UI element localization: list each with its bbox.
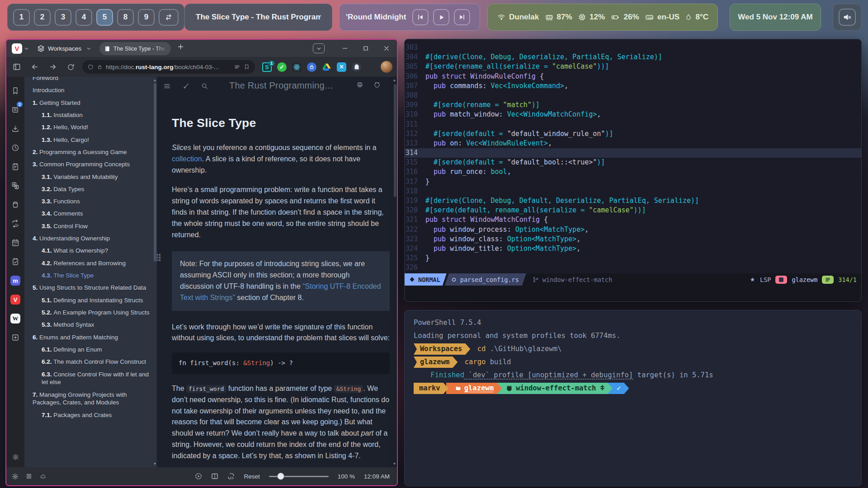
panel-mastodon-button[interactable]: m bbox=[6, 271, 24, 290]
workspaces-selector[interactable]: Workspaces bbox=[37, 45, 91, 52]
back-button[interactable] bbox=[31, 63, 39, 71]
toc-item[interactable]: 7. Managing Growing Projects with Packag… bbox=[33, 391, 151, 407]
toc-item[interactable]: 4.2. References and Borrowing bbox=[33, 259, 151, 267]
toc-item[interactable]: 5.2. An Example Program Using Structs bbox=[33, 309, 151, 317]
sidebar-resize-handle[interactable]: ●●●●●● bbox=[157, 253, 160, 261]
search-icon[interactable] bbox=[201, 83, 208, 89]
menu-icon[interactable] bbox=[163, 83, 171, 89]
toc-item[interactable]: 3.2. Data Types bbox=[33, 185, 151, 193]
url-field[interactable]: https://doc.rust-lang.org/book/ch04-03-.… bbox=[82, 60, 255, 74]
inline-link[interactable]: collection bbox=[172, 155, 202, 163]
panel-vivaldi-button[interactable]: V bbox=[6, 290, 24, 309]
toc-item[interactable]: 2. Programming a Guessing Game bbox=[33, 148, 151, 156]
code-area[interactable]: 303304#[derive(Clone, Debug, Deserialize… bbox=[405, 39, 861, 273]
pause-blocker-icon[interactable] bbox=[26, 473, 32, 479]
panel-notes-button[interactable] bbox=[6, 157, 24, 176]
toc-item[interactable]: 3.4. Comments bbox=[33, 210, 151, 218]
zoom-slider-knob[interactable] bbox=[277, 473, 284, 480]
check-extension-icon[interactable]: ✓ bbox=[277, 62, 287, 72]
toc-item[interactable]: 4. Understanding Ownership bbox=[33, 235, 151, 243]
x-extension-icon[interactable]: ✕ bbox=[337, 62, 346, 72]
toc-item[interactable]: 1.2. Hello, World! bbox=[33, 123, 151, 131]
lock-extension-icon[interactable] bbox=[307, 62, 316, 72]
profile-avatar[interactable] bbox=[381, 61, 392, 73]
s-extension-icon[interactable]: S1 bbox=[262, 62, 272, 72]
workspace-button-1[interactable]: 1 bbox=[13, 9, 30, 26]
page-actions-icon[interactable] bbox=[227, 473, 235, 480]
sidebar-scrollbar-thumb[interactable] bbox=[154, 83, 156, 262]
vivaldi-menu-button[interactable]: V bbox=[12, 43, 22, 54]
media-next-button[interactable] bbox=[454, 9, 470, 25]
reload-button[interactable] bbox=[67, 63, 75, 71]
panel-reading-list-button[interactable]: 2 bbox=[6, 100, 24, 119]
toc-item[interactable]: 3.3. Functions bbox=[33, 197, 151, 206]
browser-tab[interactable]: The Slice Type - The Rust P bbox=[99, 42, 171, 55]
toc-item[interactable]: 1.1. Installation bbox=[33, 111, 151, 119]
maximize-button[interactable] bbox=[355, 40, 376, 57]
forward-button[interactable] bbox=[49, 63, 57, 71]
panel-downloads-button[interactable] bbox=[6, 119, 24, 138]
bookmark-icon[interactable] bbox=[244, 64, 250, 70]
cloud-image-toggle-icon[interactable] bbox=[39, 474, 47, 479]
content-scroll-down[interactable]: ▼ bbox=[392, 462, 396, 466]
panel-settings-button[interactable] bbox=[6, 447, 24, 466]
shield-icon[interactable] bbox=[88, 64, 94, 70]
content-scroll-up[interactable]: ▲ bbox=[392, 78, 396, 82]
terminal-window[interactable]: PowerShell 7.5.4 Loading personal and sy… bbox=[404, 310, 862, 486]
workspace-button-2[interactable]: 2 bbox=[34, 9, 51, 26]
toc-item[interactable]: 1. Getting Started bbox=[33, 99, 151, 107]
panel-sessions-button[interactable] bbox=[6, 195, 24, 214]
toc-item[interactable]: 7.1. Packages and Crates bbox=[33, 411, 151, 419]
workspace-button-3[interactable]: 3 bbox=[55, 9, 71, 26]
print-icon[interactable] bbox=[356, 81, 363, 88]
github-icon[interactable] bbox=[373, 81, 381, 88]
drive-extension-icon[interactable] bbox=[322, 62, 331, 72]
workspace-button-4[interactable]: 4 bbox=[75, 9, 92, 26]
workspace-swap-button[interactable] bbox=[159, 9, 179, 26]
panel-history-button[interactable] bbox=[6, 138, 24, 157]
tab-bar-toggle-button[interactable] bbox=[313, 43, 325, 53]
ghost-extension-icon[interactable] bbox=[352, 62, 361, 72]
toc-item[interactable]: 6.1. Defining an Enum bbox=[33, 346, 151, 354]
toc-item[interactable]: 3. Common Programming Concepts bbox=[33, 160, 151, 169]
panel-tasks-button[interactable] bbox=[6, 252, 24, 271]
panel-wikipedia-button[interactable]: W bbox=[6, 309, 24, 328]
toc-item[interactable]: 6.3. Concise Control Flow with if let an… bbox=[33, 371, 151, 387]
toc-item[interactable]: 5.1. Defining and Instantiating Structs bbox=[33, 296, 151, 305]
minimize-button[interactable] bbox=[335, 40, 355, 57]
panel-toggle-button[interactable] bbox=[13, 63, 21, 71]
new-tab-button[interactable] bbox=[177, 43, 184, 50]
toc-item[interactable]: 5. Using Structs to Structure Related Da… bbox=[33, 284, 151, 292]
toc-item[interactable]: 6. Enums and Pattern Matching bbox=[33, 333, 151, 342]
panel-calendar-button[interactable] bbox=[6, 233, 24, 252]
panel-bookmarks-button[interactable] bbox=[6, 81, 24, 100]
zoom-slider[interactable] bbox=[269, 476, 329, 477]
toc-item[interactable]: Foreword bbox=[33, 77, 151, 82]
toc-item[interactable]: 3.1. Variables and Mutability bbox=[33, 173, 151, 181]
workspace-button-9[interactable]: 9 bbox=[138, 9, 155, 26]
volume-mute-button[interactable] bbox=[839, 9, 856, 26]
close-button[interactable] bbox=[376, 40, 397, 57]
media-previous-button[interactable] bbox=[412, 9, 429, 25]
tiling-icon[interactable] bbox=[211, 473, 218, 480]
workspace-button-8[interactable]: 8 bbox=[117, 9, 134, 26]
panel-translate-button[interactable] bbox=[6, 176, 24, 195]
toc-item[interactable]: Introduction bbox=[33, 86, 151, 94]
toc-item[interactable]: 6.2. The match Control Flow Construct bbox=[33, 358, 151, 366]
reader-view-icon[interactable] bbox=[234, 64, 241, 70]
media-play-button[interactable] bbox=[433, 9, 449, 25]
panel-add-panel-button[interactable] bbox=[6, 328, 24, 347]
content-scrollbar-thumb[interactable] bbox=[394, 84, 396, 197]
react-extension-icon[interactable] bbox=[292, 62, 302, 72]
settings-gear-icon[interactable] bbox=[12, 473, 19, 480]
toc-item[interactable]: 3.5. Control Flow bbox=[33, 222, 151, 230]
zoom-reset-button[interactable]: Reset bbox=[244, 473, 259, 480]
toc-item-active[interactable]: 4.3. The Slice Type bbox=[33, 272, 151, 280]
toc-item[interactable]: 4.1. What is Ownership? bbox=[33, 247, 151, 255]
toc-item[interactable]: 5.3. Method Syntax bbox=[33, 321, 151, 329]
capture-icon[interactable] bbox=[195, 473, 202, 480]
sidebar-scroll-down[interactable]: ▼ bbox=[153, 462, 157, 466]
sidebar-scroll-up[interactable]: ▲ bbox=[153, 78, 157, 82]
inline-link[interactable]: “Storing UTF-8 Encoded Text with Strings… bbox=[180, 282, 381, 301]
panel-feeds-button[interactable] bbox=[6, 214, 24, 233]
